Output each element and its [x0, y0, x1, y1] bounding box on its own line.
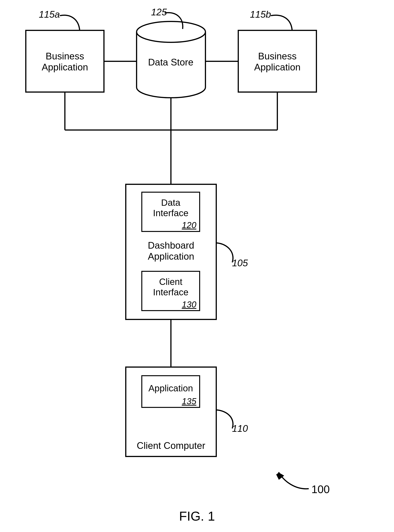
client-computer-ref: 110: [230, 423, 249, 434]
diagram-canvas: Business Application 115a Business Appli…: [0, 0, 394, 532]
business-application-right-label: Business Application: [238, 51, 317, 73]
client-interface-ref: 130: [141, 299, 200, 310]
data-interface-label: Data Interface: [141, 197, 200, 218]
data-interface-ref: 120: [141, 220, 200, 230]
data-store-ref: 125: [150, 7, 168, 18]
business-application-left-ref: 115a: [38, 9, 61, 20]
figure-title: FIG. 1: [0, 509, 394, 523]
dashboard-application-label: Dashboard Application: [125, 240, 217, 262]
svg-point-2: [137, 21, 205, 42]
system-ref: 100: [309, 483, 332, 496]
system-ref-arrowhead: [276, 473, 284, 480]
business-application-left-label: Business Application: [25, 51, 104, 73]
data-store-label: Data Store: [137, 57, 205, 68]
client-interface-label: Client Interface: [141, 276, 200, 297]
application-ref: 135: [141, 396, 200, 406]
client-computer-label: Client Computer: [125, 440, 217, 451]
application-label: Application: [141, 383, 200, 393]
business-application-right-ref: 115b: [249, 9, 272, 20]
dashboard-application-ref: 105: [230, 258, 249, 269]
